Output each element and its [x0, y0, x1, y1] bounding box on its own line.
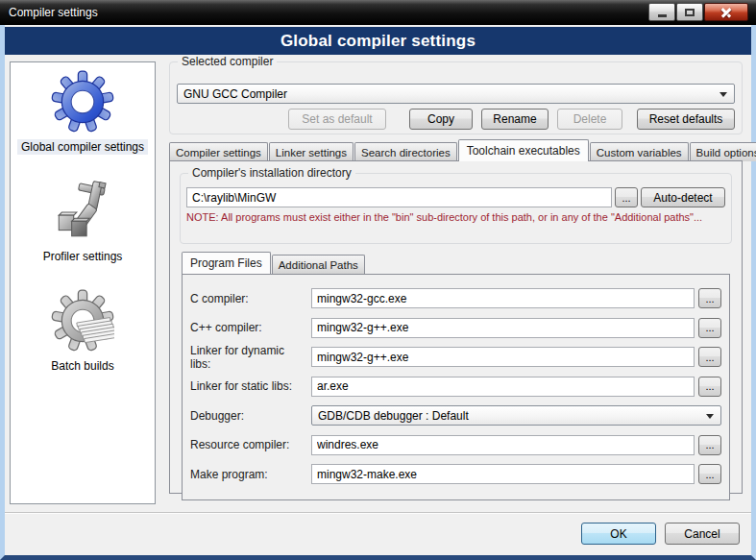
minimize-icon [658, 14, 667, 17]
subtab-program-files[interactable]: Program Files [182, 252, 271, 274]
make-program-browse-button[interactable]: ... [698, 464, 721, 484]
tab-compiler-settings[interactable]: Compiler settings [169, 142, 268, 161]
set-as-default-button[interactable]: Set as default [288, 109, 386, 130]
debugger-select[interactable]: GDB/CDB debugger : Default [311, 405, 721, 426]
resource-compiler-input[interactable] [311, 435, 695, 455]
dynamic-linker-browse-button[interactable]: ... [698, 347, 721, 367]
field-label: Debugger: [190, 409, 307, 423]
titlebar: Compiler settings [0, 0, 756, 25]
field-label: Linker for dynamic libs: [190, 344, 307, 371]
installation-directory-row: ... Auto-detect [186, 187, 725, 207]
program-files-panel: C compiler: ... C++ compiler: ... Linker… [182, 274, 730, 500]
footer-separator [5, 512, 751, 514]
form-row-static-linker: Linker for static libs: ... [190, 377, 721, 397]
cpp-compiler-browse-button[interactable]: ... [698, 318, 721, 338]
field-label: C++ compiler: [190, 321, 307, 334]
form-row-make-program: Make program: ... [190, 464, 721, 484]
field-label: Resource compiler: [190, 438, 307, 451]
install-dir-input[interactable] [186, 187, 612, 207]
sidebar-item-label: Global compiler settings [17, 139, 148, 155]
subtab-additional-paths[interactable]: Additional Paths [272, 255, 365, 274]
static-linker-input[interactable] [311, 377, 695, 397]
sidebar-item-batch-builds[interactable]: Batch builds [47, 289, 117, 374]
group-label: Selected compiler [178, 55, 277, 68]
field-label: Linker for static libs: [190, 379, 307, 393]
sidebar-item-profiler-settings[interactable]: Profiler settings [39, 180, 127, 264]
ok-button[interactable]: OK [581, 523, 656, 545]
form-row-dynamic-linker: Linker for dynamic libs: ... [190, 347, 721, 367]
window-title: Compiler settings [0, 6, 98, 19]
sidebar-item-global-compiler-settings[interactable]: Global compiler settings [17, 70, 148, 155]
caliper-icon [51, 180, 114, 243]
close-icon [720, 7, 732, 18]
tab-search-directories[interactable]: Search directories [354, 142, 457, 161]
delete-button[interactable]: Delete [557, 109, 622, 130]
close-button[interactable] [704, 3, 748, 21]
install-dir-browse-button[interactable]: ... [615, 187, 638, 207]
form-row-c-compiler: C compiler: ... [190, 288, 721, 308]
tab-linker-settings[interactable]: Linker settings [269, 142, 354, 161]
form-row-resource-compiler: Resource compiler: ... [190, 435, 721, 455]
compiler-select-value: GNU GCC Compiler [183, 87, 287, 101]
maximize-icon [685, 9, 695, 16]
field-label: Make program: [190, 468, 307, 481]
program-subtabs: Program Files Additional Paths [182, 252, 742, 274]
caption-buttons [648, 3, 748, 21]
selected-compiler-group: Selected compiler GNU GCC Compiler Set a… [169, 61, 743, 134]
auto-detect-button[interactable]: Auto-detect [641, 187, 725, 207]
form-row-debugger: Debugger: GDB/CDB debugger : Default [190, 405, 721, 426]
compiler-select[interactable]: GNU GCC Compiler [177, 84, 735, 104]
copy-button[interactable]: Copy [409, 109, 473, 130]
reset-defaults-button[interactable]: Reset defaults [637, 109, 735, 130]
c-compiler-input[interactable] [311, 288, 695, 308]
sidebar-item-label: Profiler settings [39, 249, 127, 264]
cancel-button[interactable]: Cancel [665, 523, 740, 545]
resource-compiler-browse-button[interactable]: ... [698, 435, 721, 455]
install-dir-note: NOTE: All programs must exist either in … [186, 211, 725, 223]
minimize-button[interactable] [648, 3, 675, 21]
static-linker-browse-button[interactable]: ... [698, 377, 721, 397]
rename-button[interactable]: Rename [481, 109, 549, 130]
tab-toolchain-executables[interactable]: Toolchain executables [458, 139, 589, 161]
field-label: C compiler: [190, 292, 307, 305]
toolchain-executables-panel: Compiler's installation directory ... Au… [169, 160, 743, 494]
page-header: Global compiler settings [5, 27, 751, 55]
footer-buttons: OK Cancel [581, 523, 740, 545]
form-row-cpp-compiler: C++ compiler: ... [190, 318, 721, 338]
compiler-settings-dialog: Compiler settings Global compiler settin… [0, 0, 756, 560]
debugger-select-value: GDB/CDB debugger : Default [318, 409, 469, 423]
chevron-down-icon [719, 92, 727, 97]
chevron-down-icon [706, 414, 714, 419]
tab-custom-variables[interactable]: Custom variables [590, 142, 689, 161]
cpp-compiler-input[interactable] [311, 318, 695, 338]
tab-build-options[interactable]: Build options [690, 142, 756, 161]
c-compiler-browse-button[interactable]: ... [698, 288, 721, 308]
compiler-buttons-row: Set as default Copy Rename Delete Reset … [177, 109, 735, 130]
maximize-button[interactable] [676, 3, 703, 21]
settings-tabs: Compiler settings Linker settings Search… [169, 139, 745, 161]
make-program-input[interactable] [311, 464, 695, 484]
dialog-body: Global compiler settings [0, 25, 756, 560]
group-label: Compiler's installation directory [188, 166, 355, 180]
installation-directory-group: Compiler's installation directory ... Au… [180, 173, 732, 244]
gray-gear-icon [51, 289, 114, 353]
blue-gear-icon [51, 70, 114, 134]
dynamic-linker-input[interactable] [311, 347, 695, 367]
sidebar-item-label: Batch builds [47, 358, 117, 374]
settings-category-list: Global compiler settings [10, 61, 156, 504]
page-title: Global compiler settings [280, 32, 476, 51]
